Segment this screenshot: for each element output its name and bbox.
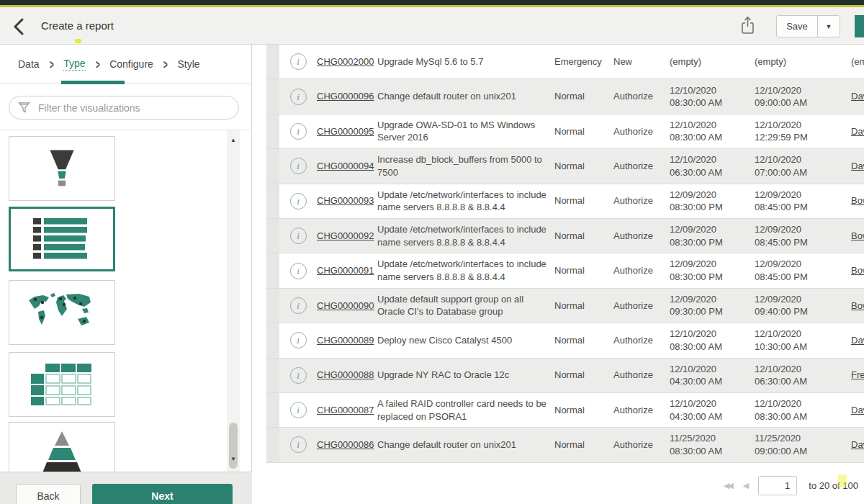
info-cell: i [279, 332, 317, 348]
save-button[interactable]: Save [776, 15, 818, 37]
info-cell: i [279, 402, 317, 418]
record-number-link[interactable]: CHG0000092 [317, 230, 374, 241]
assigned-to-link[interactable]: Dav [851, 161, 864, 171]
number-cell: CHG0000087 [317, 404, 377, 417]
priority-cell: Normal [554, 404, 613, 417]
end-date-cell: 12/10/2020 08:30:00 AM [755, 397, 840, 423]
table-left-gutter [266, 253, 279, 287]
priority-cell: Normal [554, 125, 613, 138]
active-step-indicator [61, 81, 125, 84]
table-row: i CHG0000093 Update /etc/network/interfa… [266, 184, 864, 219]
table-row: i CHG0000090 Update default support grou… [266, 289, 864, 323]
assigned-to-link[interactable]: (em [851, 56, 864, 67]
short-description-cell: Deploy new Cisco Catalyst 4500 [377, 334, 554, 347]
record-number-link[interactable]: CHG0000090 [317, 300, 374, 311]
step-tab-style[interactable]: Style [177, 58, 199, 70]
save-dropdown-button[interactable]: ▼ [817, 15, 840, 37]
assigned-to-cell: Bow [840, 264, 864, 277]
visualization-list: ▲ ▼ [0, 130, 252, 472]
click-artifact [838, 474, 847, 487]
table-left-gutter [266, 289, 279, 323]
table-left-gutter [266, 45, 279, 78]
funnel-chart-icon [39, 143, 85, 194]
previous-page-icon[interactable]: ◀ [743, 481, 747, 490]
record-number-link[interactable]: CHG0000093 [317, 195, 374, 206]
state-cell: Authorize [613, 194, 670, 207]
table-row: i CHG0002000 Upgrade MySql 5.6 to 5.7 Em… [266, 45, 864, 79]
info-icon[interactable]: i [290, 123, 307, 140]
short-description-cell: Update default support group on all Orac… [377, 293, 554, 318]
start-date-cell: 12/09/2020 08:30:00 PM [670, 189, 755, 214]
record-number-link[interactable]: CHG0000096 [317, 91, 374, 102]
record-number-link[interactable]: CHG0000094 [317, 161, 374, 171]
info-icon[interactable]: i [290, 297, 307, 314]
number-cell: CHG0002000 [317, 55, 377, 68]
table-row: i CHG0000094 Increase db_block_buffers f… [266, 149, 864, 184]
info-icon[interactable]: i [290, 367, 307, 384]
back-step-button[interactable]: Back [16, 484, 81, 504]
record-number-link[interactable]: CHG0000087 [317, 405, 374, 415]
short-description-cell: Update /etc/network/interfaces to includ… [377, 223, 554, 248]
record-number-link[interactable]: CHG0000089 [317, 335, 374, 346]
assigned-to-link[interactable]: Dav [851, 405, 864, 415]
scroll-up-icon[interactable]: ▲ [227, 135, 240, 146]
assigned-to-link[interactable]: Bow [851, 195, 864, 206]
info-icon[interactable]: i [290, 89, 307, 105]
viz-thumbnail-funnel[interactable] [9, 136, 115, 201]
record-number-link[interactable]: CHG0000091 [317, 265, 374, 276]
info-icon[interactable]: i [290, 228, 307, 244]
table-row: i CHG0000096 Change default router on un… [266, 79, 864, 114]
visualization-filter [9, 96, 239, 120]
record-number-link[interactable]: CHG0000095 [317, 126, 374, 137]
scroll-down-icon[interactable]: ▼ [227, 454, 240, 465]
share-button[interactable] [739, 14, 760, 37]
state-cell: Authorize [613, 125, 670, 138]
start-date-cell: 12/10/2020 08:30:00 AM [670, 328, 755, 353]
assigned-to-link[interactable]: Dav [851, 126, 864, 137]
viz-thumbnail-world-map[interactable] [9, 280, 115, 345]
viz-thumbnail-pyramid[interactable] [9, 422, 115, 472]
state-cell: Authorize [613, 90, 670, 103]
info-icon[interactable]: i [290, 402, 307, 418]
list-chart-icon [29, 217, 95, 261]
step-tab-data[interactable]: Data [18, 58, 40, 70]
state-cell: Authorize [613, 438, 670, 451]
info-icon[interactable]: i [290, 436, 307, 453]
info-icon[interactable]: i [290, 263, 307, 279]
assigned-to-link[interactable]: Bow [851, 230, 864, 241]
assigned-to-link[interactable]: Dav [851, 91, 864, 102]
info-icon[interactable]: i [290, 193, 307, 210]
viz-thumbnail-list[interactable] [9, 207, 115, 271]
assigned-to-link[interactable]: Dav [851, 439, 864, 450]
assigned-to-link[interactable]: Bow [851, 265, 864, 276]
info-cell: i [279, 158, 317, 174]
chevron-left-icon [12, 17, 27, 37]
info-icon[interactable]: i [290, 53, 307, 70]
first-page-icon[interactable]: ◀◀ [724, 481, 732, 490]
assigned-to-link[interactable]: Dav [851, 335, 864, 346]
info-icon[interactable]: i [290, 332, 307, 348]
step-tab-type[interactable]: Type [63, 58, 85, 71]
filter-input[interactable] [37, 102, 238, 114]
info-icon[interactable]: i [290, 158, 307, 174]
report-type-panel: Data > Type > Configure > Style [0, 45, 252, 504]
run-button-partial[interactable] [855, 15, 864, 37]
number-cell: CHG0000096 [317, 90, 377, 103]
back-button[interactable] [12, 16, 33, 37]
next-step-button[interactable]: Next [92, 484, 233, 504]
viz-thumbnail-heatmap-table[interactable] [9, 352, 115, 417]
end-date-cell: 12/10/2020 07:00:00 AM [755, 153, 840, 179]
assigned-to-cell: Bow [840, 194, 864, 207]
panel-scrollbar[interactable]: ▲ ▼ [227, 130, 240, 472]
chevron-right-icon: > [50, 57, 54, 71]
end-date-cell: 12/10/2020 10:30:00 AM [755, 328, 840, 353]
assigned-to-link[interactable]: Bow [851, 300, 864, 311]
record-number-link[interactable]: CHG0000086 [317, 439, 374, 450]
page-number-input[interactable] [758, 476, 797, 495]
step-tab-configure[interactable]: Configure [109, 58, 153, 70]
assigned-to-link[interactable]: Fre [851, 369, 864, 380]
priority-cell: Normal [554, 230, 613, 243]
table-row: i CHG0000089 Deploy new Cisco Catalyst 4… [266, 323, 864, 358]
record-number-link[interactable]: CHG0000088 [317, 369, 374, 380]
record-number-link[interactable]: CHG0002000 [317, 56, 374, 67]
